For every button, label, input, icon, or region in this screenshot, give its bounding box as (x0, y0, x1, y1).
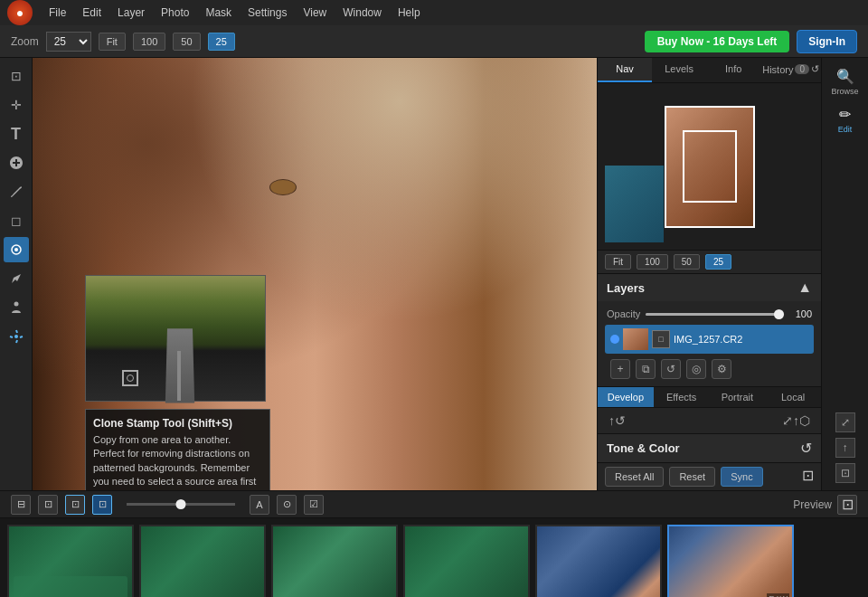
toolbar: Zoom 25 50 75 100 Fit 100 50 25 Buy Now … (0, 25, 868, 58)
signin-button[interactable]: Sign-In (797, 30, 857, 53)
eraser-tool[interactable]: ◻ (4, 208, 29, 233)
zoom-buttons: Fit 100 50 25 (598, 250, 821, 273)
zoom-100-button[interactable]: 100 (133, 33, 165, 51)
zoom-select[interactable]: 25 50 75 100 (46, 32, 91, 52)
film-thumb-2[interactable] (139, 525, 266, 598)
add-layer-btn[interactable]: + (610, 359, 630, 379)
film-thumb-3[interactable] (271, 525, 398, 598)
menu-mask[interactable]: Mask (198, 5, 239, 21)
menu-help[interactable]: Help (391, 5, 428, 21)
svg-point-1 (14, 248, 18, 251)
expand-icon[interactable]: ⤢ (835, 412, 855, 432)
tab-levels[interactable]: Levels (652, 58, 706, 82)
tab-history[interactable]: Nav History 0 ↺ (760, 58, 821, 82)
share-icon[interactable]: ↑ (793, 413, 799, 428)
inset-thumb-image (86, 276, 265, 401)
reset-all-btn[interactable]: Reset All (605, 467, 664, 487)
export-icon[interactable]: ↑ (609, 413, 615, 428)
move-tool[interactable]: ✛ (4, 92, 29, 118)
zoom-25-nav-btn[interactable]: 25 (705, 254, 731, 270)
zoom-50-nav-btn[interactable]: 50 (674, 254, 700, 270)
grid-icon[interactable]: ⊡ (835, 463, 855, 483)
browse-icon[interactable]: 🔍 Browse (829, 65, 862, 98)
reset-dev-icon[interactable]: ↺ (615, 413, 626, 428)
film-thumb-4[interactable] (403, 525, 530, 598)
menu-view[interactable]: View (296, 5, 334, 21)
upload-icon[interactable]: ↑ (835, 438, 855, 458)
layer-thumbnail (623, 328, 648, 350)
status-circle-icon[interactable]: ⊙ (277, 495, 297, 515)
status-crop-icon[interactable]: ⊡ (65, 495, 85, 515)
rotate-layer-btn[interactable]: ↺ (661, 359, 681, 379)
app-logo: ● (7, 0, 33, 25)
expand-right-icon[interactable]: ⬡ (799, 413, 810, 428)
status-text-icon[interactable]: A (250, 495, 269, 515)
heal-tool[interactable] (4, 150, 29, 175)
sync-btn[interactable]: Sync (721, 467, 762, 487)
text-tool[interactable]: T (4, 121, 29, 147)
film-thumb-6[interactable]: RAW IMG_1257.CR2 (667, 525, 794, 598)
crop-tool[interactable]: ⊡ (4, 63, 29, 89)
tab-info[interactable]: Info (706, 58, 760, 82)
canvas-area[interactable]: Clone Stamp Tool (Shift+S) Copy from one… (33, 58, 597, 490)
tooltip-text: Copy from one area to another. Perfect f… (93, 433, 262, 490)
reset-btn[interactable]: Reset (669, 467, 715, 487)
tab-local[interactable]: Local (765, 387, 821, 407)
history-count: 0 (795, 64, 809, 74)
layer-row[interactable]: □ IMG_1257.CR2 (605, 325, 814, 354)
zoom-100-nav-btn[interactable]: 100 (637, 254, 668, 270)
zoom-fit-btn[interactable]: Fit (605, 254, 631, 270)
layer-mask: □ (652, 330, 670, 348)
edit-icon[interactable]: ✏ Edit (829, 103, 862, 136)
svg-point-2 (14, 302, 18, 307)
menu-window[interactable]: Window (335, 5, 389, 21)
tone-title: Tone & Color (607, 441, 680, 455)
layout-toggle-btn[interactable]: ⊡ (802, 467, 814, 487)
duplicate-layer-btn[interactable]: ⧉ (636, 359, 656, 379)
menu-file[interactable]: File (42, 5, 73, 21)
film-thumb-1[interactable] (7, 525, 134, 598)
zoom-50-button[interactable]: 50 (173, 33, 200, 51)
zoom-25-button[interactable]: 25 (208, 33, 235, 51)
layer-name: IMG_1257.CR2 (674, 334, 808, 345)
layers-title: Layers (607, 281, 645, 295)
tooltip-title: Clone Stamp Tool (Shift+S) (93, 417, 262, 430)
tone-header[interactable]: Tone & Color ↺ (598, 433, 821, 462)
nav-preview[interactable] (598, 83, 821, 250)
tone-reset-icon: ↺ (800, 440, 812, 457)
statusbar: ⊟ ⊡ ⊡ ⊡ A ⊙ ☑ Preview ⊡ (0, 490, 868, 517)
clone-stamp-tool[interactable] (4, 237, 29, 262)
opacity-value: 100 (789, 308, 812, 319)
status-check-icon[interactable]: ☑ (304, 495, 324, 515)
status-grid-icon[interactable]: ⊟ (11, 495, 31, 515)
tab-portrait[interactable]: Portrait (710, 387, 766, 407)
status-box-icon[interactable]: ⊡ (92, 495, 112, 515)
opacity-slider[interactable] (646, 313, 784, 316)
settings-layer-btn[interactable]: ⚙ (712, 359, 731, 379)
menu-edit[interactable]: Edit (75, 5, 108, 21)
preview-label: Preview (793, 498, 832, 511)
status-frame-icon[interactable]: ⊡ (38, 495, 58, 515)
film-thumb-5[interactable] (535, 525, 662, 598)
person-tool[interactable] (4, 295, 29, 320)
menu-layer[interactable]: Layer (110, 5, 152, 21)
tab-effects[interactable]: Effects (654, 387, 710, 407)
settings-tool[interactable] (4, 324, 29, 349)
menu-settings[interactable]: Settings (241, 5, 294, 21)
fullscreen-icon[interactable]: ⤢ (782, 413, 793, 428)
menu-photo[interactable]: Photo (154, 5, 196, 21)
layers-header[interactable]: Layers ▲ (598, 273, 821, 301)
film-raw-icon: RAW (767, 593, 789, 598)
far-right-panel: 🔍 Browse ✏ Edit ⤢ ↑ ⊡ (821, 58, 868, 490)
brush-tool[interactable] (4, 179, 29, 204)
tab-nav[interactable]: Nav (598, 58, 652, 82)
pen-tool[interactable] (4, 266, 29, 291)
status-fullscreen-icon[interactable]: ⊡ (837, 495, 857, 515)
buy-now-button[interactable]: Buy Now - 16 Days Left (645, 31, 790, 52)
status-zoom-slider[interactable] (127, 503, 235, 506)
develop-tabs: Develop Effects Portrait Local (598, 386, 821, 407)
mask-layer-btn[interactable]: ◎ (686, 359, 706, 379)
tab-develop[interactable]: Develop (598, 387, 654, 407)
fit-button[interactable]: Fit (99, 33, 126, 51)
preview-small-thumbnail (605, 166, 664, 242)
